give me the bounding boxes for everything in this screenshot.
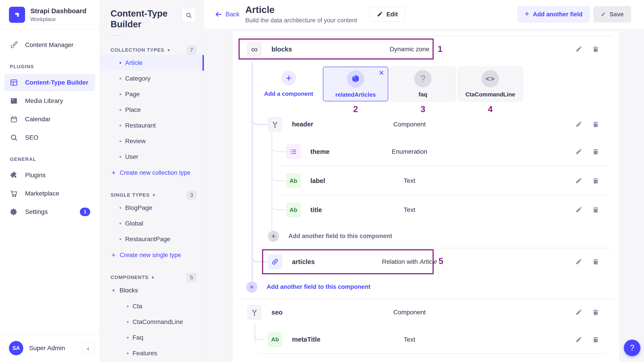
page-title: Article: [245, 5, 357, 15]
help-button[interactable]: ?: [624, 340, 640, 356]
field-row-theme: theme Enumeration: [233, 137, 620, 166]
sidebar-item-label: SEO: [25, 134, 38, 141]
bullet-icon: •: [119, 220, 125, 227]
bullet-icon: •: [127, 350, 132, 357]
sidebar-item-user[interactable]: • User: [100, 149, 204, 165]
delete-field-button[interactable]: [592, 258, 599, 265]
sidebar-item-cta[interactable]: • Cta: [100, 298, 204, 314]
bullet-icon: •: [127, 334, 132, 341]
component-branch-icon: [268, 117, 282, 132]
add-field-to-component-button[interactable]: + Add another field to this component: [233, 224, 620, 248]
component-card-ctacommandline[interactable]: <> CtaCommandLine: [458, 67, 523, 101]
avatar[interactable]: SA: [9, 341, 23, 355]
add-a-component-button[interactable]: + Add a component: [264, 67, 313, 97]
sidebar-item-seo[interactable]: SEO: [4, 129, 95, 146]
collapse-sidebar-button[interactable]: ‹: [82, 342, 94, 354]
subnav-title: Content-Type Builder: [110, 8, 178, 30]
sidebar-item-review[interactable]: • Review: [100, 133, 204, 149]
edit-field-button[interactable]: [575, 46, 582, 53]
sidebar-item-calendar[interactable]: Calendar: [4, 111, 95, 128]
content-type-builder-sidebar: Content-Type Builder COLLECTION TYPES ▾ …: [100, 0, 204, 362]
field-row-label: Ab label Text: [233, 166, 620, 195]
edit-field-button[interactable]: [575, 336, 582, 343]
bullet-icon: •: [119, 106, 125, 114]
dynamic-zone-icon: ∞: [247, 42, 262, 56]
bullet-icon: •: [119, 75, 125, 82]
bullet-icon: •: [127, 303, 132, 310]
sidebar-item-place[interactable]: • Place: [100, 102, 204, 118]
back-link[interactable]: Back: [215, 10, 240, 18]
edit-field-button[interactable]: [575, 206, 582, 214]
component-card-faq[interactable]: ? faq: [390, 67, 456, 101]
divider: [259, 354, 606, 354]
sidebar-item-marketplace[interactable]: Marketplace: [4, 185, 95, 202]
add-another-field-button[interactable]: + Add another field: [518, 6, 590, 22]
sidebar-item-settings[interactable]: Settings 1: [4, 203, 95, 220]
components-count: 5: [186, 273, 197, 282]
create-collection-type-link[interactable]: + Create new collection type: [100, 165, 204, 181]
edit-field-button[interactable]: [575, 148, 582, 155]
collection-types-header[interactable]: COLLECTION TYPES ▾ 7: [100, 45, 204, 55]
sidebar-item-plugins[interactable]: Plugins: [4, 167, 95, 184]
edit-field-button[interactable]: [575, 177, 582, 184]
components-header[interactable]: COMPONENTS ▾ 5: [100, 272, 204, 282]
bullet-icon: •: [119, 90, 125, 98]
check-icon: ✓: [601, 11, 606, 18]
edit-field-button[interactable]: [575, 258, 582, 265]
bullet-icon: •: [119, 59, 125, 66]
sidebar-item-ctacommandline[interactable]: • CtaCommandLine: [100, 314, 204, 330]
main-area: Back Article Build the data architecture…: [204, 0, 644, 362]
delete-field-button[interactable]: [592, 206, 599, 214]
plus-icon: +: [281, 71, 296, 86]
sidebar-item-label: Content-Type Builder: [25, 79, 88, 86]
sidebar-nav: Content Manager PLUGINS Content-Type Bui…: [0, 29, 100, 222]
edit-field-button[interactable]: [575, 121, 582, 128]
search-icon: [10, 134, 18, 142]
save-button[interactable]: ✓ Save: [594, 6, 631, 22]
divider: [110, 35, 121, 36]
add-field-to-dynamic-zone-button[interactable]: + Add another field to this component: [233, 275, 620, 299]
sidebar-item-page[interactable]: • Page: [100, 86, 204, 102]
sidebar-item-features[interactable]: • Features: [100, 346, 204, 361]
delete-field-button[interactable]: [592, 148, 599, 155]
edit-button[interactable]: Edit: [370, 7, 405, 22]
delete-field-button[interactable]: [592, 336, 599, 343]
sidebar-item-label: Media Library: [25, 97, 63, 104]
plus-icon: +: [246, 282, 257, 293]
field-row-title: Ab title Text: [233, 195, 620, 224]
sidebar-item-article[interactable]: • Article: [100, 55, 204, 71]
sidebar-item-restaurant[interactable]: • Restaurant: [100, 118, 204, 133]
bullet-icon: •: [119, 138, 125, 145]
edit-field-button[interactable]: [575, 309, 582, 316]
enumeration-icon: [286, 144, 300, 159]
delete-field-button[interactable]: [592, 121, 599, 128]
bullet-icon: •: [127, 318, 132, 326]
component-card-relatedarticles[interactable]: ✕ relatedArticles: [323, 67, 388, 101]
sidebar-item-restaurantpage[interactable]: • RestaurantPage: [100, 231, 204, 247]
chevron-down-icon: ▾: [112, 288, 114, 293]
plus-icon: +: [112, 169, 116, 177]
sidebar-item-global[interactable]: • Global: [100, 216, 204, 231]
close-icon[interactable]: ✕: [378, 69, 384, 77]
brand: Strapi Dashboard Workplace: [0, 0, 100, 29]
sidebar-item-content-type-builder[interactable]: Content-Type Builder: [4, 74, 95, 91]
chevron-down-icon: ▾: [152, 275, 154, 280]
search-button[interactable]: [182, 8, 196, 22]
create-single-type-link[interactable]: + Create new single type: [100, 247, 204, 263]
single-types-header[interactable]: SINGLE TYPES ▾ 3: [100, 190, 204, 200]
delete-field-button[interactable]: [592, 309, 599, 316]
delete-field-button[interactable]: [592, 177, 599, 184]
sidebar-item-blogpage[interactable]: • BlogPage: [100, 200, 204, 216]
delete-field-button[interactable]: [592, 46, 599, 53]
sidebar-item-media-library[interactable]: Media Library: [4, 92, 95, 110]
field-row-articles: articles Relation with Article 5: [233, 248, 620, 275]
feather-icon: [10, 41, 18, 49]
divider: [241, 36, 611, 36]
cube-icon: [347, 70, 364, 88]
plus-icon: +: [268, 231, 279, 242]
components-group-blocks[interactable]: ▾ Blocks: [100, 282, 204, 298]
sidebar-item-faq[interactable]: • Faq: [100, 330, 204, 346]
settings-notification-badge: 1: [80, 208, 90, 216]
sidebar-item-category[interactable]: • Category: [100, 71, 204, 86]
sidebar-item-content-manager[interactable]: Content Manager: [4, 36, 95, 54]
